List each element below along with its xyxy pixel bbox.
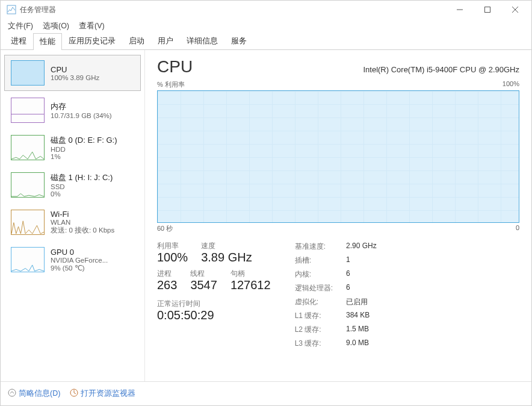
sidebar-item-memory[interactable]: 内存 10.7/31.9 GB (34%) xyxy=(4,92,141,128)
sidebar-item-sub: HDD xyxy=(51,146,117,153)
fewer-details-label: 简略信息(D) xyxy=(19,389,60,398)
stats-right: 基准速度:2.90 GHz 插槽:1 内核:6 逻辑处理器:6 虚拟化:已启用 … xyxy=(295,242,377,349)
sidebar-item-cpu[interactable]: CPU 100% 3.89 GHz xyxy=(4,55,141,91)
titlebar: 任务管理器 xyxy=(1,1,531,19)
stat-sockets-v: 1 xyxy=(346,255,377,266)
stats-left: 利用率 100% 速度 3.89 GHz 进程 263 线程 3 xyxy=(157,242,271,349)
stat-l3-k: L3 缓存: xyxy=(295,339,333,349)
stat-handles-label: 句柄 xyxy=(230,269,271,278)
svg-line-8 xyxy=(74,393,76,394)
chart-top-left-label: % 利用率 xyxy=(157,80,185,89)
open-resource-monitor-label: 打开资源监视器 xyxy=(81,389,135,398)
svg-rect-2 xyxy=(485,7,490,13)
sidebar-item-sub2: 1% xyxy=(51,153,117,160)
stat-l1-v: 384 KB xyxy=(346,311,377,321)
open-resource-monitor-link[interactable]: 打开资源监视器 xyxy=(70,389,135,399)
sidebar-item-sub: WLAN xyxy=(51,219,114,226)
stat-sockets-k: 插槽: xyxy=(295,255,333,266)
utilization-chart-wrap: % 利用率 100% 60 秒 0 xyxy=(157,80,519,233)
chart-bottom-right-label: 0 xyxy=(516,224,519,233)
memory-thumbnail-chart xyxy=(11,98,45,123)
performance-sidebar: CPU 100% 3.89 GHz 内存 10.7/31.9 GB (34%) … xyxy=(1,50,145,381)
menubar: 文件(F) 选项(O) 查看(V) xyxy=(1,19,531,33)
sidebar-item-wifi[interactable]: Wi-Fi WLAN 发送: 0 接收: 0 Kbps xyxy=(4,204,141,240)
sidebar-item-sub2: 9% (50 ℃) xyxy=(51,264,108,272)
stat-l2-k: L2 缓存: xyxy=(295,325,333,335)
tab-app-history[interactable]: 应用历史记录 xyxy=(62,33,122,49)
sidebar-item-title: CPU xyxy=(51,65,99,74)
menu-options[interactable]: 选项(O) xyxy=(43,21,69,31)
stat-l2-v: 1.5 MB xyxy=(346,325,377,335)
sidebar-item-title: 磁盘 1 (H: I: J: C:) xyxy=(51,172,113,183)
tab-performance[interactable]: 性能 xyxy=(33,33,62,50)
tab-processes[interactable]: 进程 xyxy=(4,33,33,49)
stat-logical-v: 6 xyxy=(346,283,377,293)
sidebar-item-title: GPU 0 xyxy=(51,248,108,257)
sidebar-item-title: 磁盘 0 (D: E: F: G:) xyxy=(51,135,117,146)
sidebar-item-disk-1[interactable]: 磁盘 1 (H: I: J: C:) SSD 0% xyxy=(4,167,141,203)
stats-area: 利用率 100% 速度 3.89 GHz 进程 263 线程 3 xyxy=(157,242,519,349)
cpu-model-name: Intel(R) Core(TM) i5-9400F CPU @ 2.90GHz xyxy=(363,65,519,74)
sidebar-item-title: 内存 xyxy=(51,101,112,112)
sidebar-item-sub: 100% 3.89 GHz xyxy=(51,74,99,81)
tab-startup[interactable]: 启动 xyxy=(122,33,151,49)
stat-handles-value: 127612 xyxy=(230,278,271,292)
task-manager-icon xyxy=(7,5,16,14)
sidebar-item-disk-0[interactable]: 磁盘 0 (D: E: F: G:) HDD 1% xyxy=(4,130,141,166)
stat-processes-value: 263 xyxy=(157,278,177,292)
tab-details[interactable]: 详细信息 xyxy=(180,33,224,49)
chart-bottom-left-label: 60 秒 xyxy=(157,224,173,233)
utilization-chart[interactable] xyxy=(157,90,519,223)
resource-monitor-icon xyxy=(70,389,78,397)
stat-speed-value: 3.89 GHz xyxy=(201,251,252,264)
stat-speed-label: 速度 xyxy=(201,242,252,251)
window-title: 任务管理器 xyxy=(20,5,56,15)
utilization-chart-area xyxy=(158,91,519,222)
footer: 简略信息(D) 打开资源监视器 xyxy=(1,381,531,405)
disk1-thumbnail-chart xyxy=(11,172,45,198)
stat-uptime-label: 正常运行时间 xyxy=(157,299,271,308)
sidebar-item-sub2: 0% xyxy=(51,190,113,198)
stat-virt-k: 虚拟化: xyxy=(295,297,333,307)
fewer-details-link[interactable]: 简略信息(D) xyxy=(8,389,60,399)
disk0-thumbnail-chart xyxy=(11,135,45,160)
tab-users[interactable]: 用户 xyxy=(151,33,180,49)
menu-view[interactable]: 查看(V) xyxy=(79,21,105,31)
minimize-button[interactable] xyxy=(446,1,474,19)
maximize-button[interactable] xyxy=(474,1,501,19)
cpu-thumbnail-chart xyxy=(11,60,45,86)
sidebar-item-sub: NVIDIA GeForce... xyxy=(51,257,108,264)
detail-heading: CPU xyxy=(157,57,193,77)
stat-base-speed-v: 2.90 GHz xyxy=(346,242,377,252)
tabstrip: 进程 性能 应用历史记录 启动 用户 详细信息 服务 xyxy=(1,33,531,50)
menu-file[interactable]: 文件(F) xyxy=(8,21,33,31)
stat-util-label: 利用率 xyxy=(157,242,188,251)
stat-base-speed-k: 基准速度: xyxy=(295,242,333,252)
svg-point-5 xyxy=(8,389,16,396)
gpu-thumbnail-chart xyxy=(11,247,45,272)
chart-top-right-label: 100% xyxy=(503,80,519,89)
stat-processes-label: 进程 xyxy=(157,269,177,278)
stat-cores-k: 内核: xyxy=(295,269,333,280)
stat-uptime-value: 0:05:50:29 xyxy=(157,308,271,322)
sidebar-item-title: Wi-Fi xyxy=(51,210,114,219)
stat-l1-k: L1 缓存: xyxy=(295,311,333,321)
stat-l3-v: 9.0 MB xyxy=(346,339,377,349)
close-button[interactable] xyxy=(501,1,529,19)
chevron-up-circle-icon xyxy=(8,389,16,397)
main: CPU 100% 3.89 GHz 内存 10.7/31.9 GB (34%) … xyxy=(1,50,531,381)
stat-virt-v: 已启用 xyxy=(346,297,377,307)
sidebar-item-sub: SSD xyxy=(51,183,113,190)
performance-detail: CPU Intel(R) Core(TM) i5-9400F CPU @ 2.9… xyxy=(145,50,531,381)
sidebar-item-gpu-0[interactable]: GPU 0 NVIDIA GeForce... 9% (50 ℃) xyxy=(4,242,141,278)
stat-util-value: 100% xyxy=(157,251,188,264)
tab-services[interactable]: 服务 xyxy=(224,33,253,49)
sidebar-item-sub2: 发送: 0 接收: 0 Kbps xyxy=(51,226,114,235)
stat-cores-v: 6 xyxy=(346,269,377,280)
stat-threads-value: 3547 xyxy=(190,278,217,292)
stat-logical-k: 逻辑处理器: xyxy=(295,283,333,293)
stat-threads-label: 线程 xyxy=(190,269,217,278)
sidebar-item-sub: 10.7/31.9 GB (34%) xyxy=(51,112,112,119)
wifi-thumbnail-chart xyxy=(11,210,45,235)
